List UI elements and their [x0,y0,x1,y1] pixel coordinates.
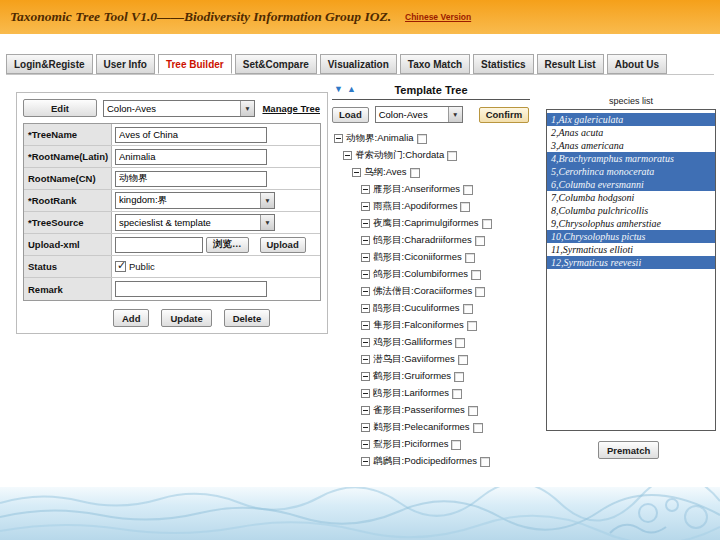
collapse-icon[interactable] [361,338,370,347]
tree-select[interactable]: Colon-Aves ▼ [103,100,255,117]
template-tree-select[interactable]: Colon-Aves ▼ [375,106,463,123]
tree-node-checkbox[interactable] [480,457,490,467]
tree-node-label: 佛法僧目:Coraciiformes [373,285,472,298]
tab-login-register[interactable]: Login&Registe [6,54,93,74]
tab-tree-builder[interactable]: Tree Builder [158,54,232,74]
tree-node-checkbox[interactable] [463,185,473,195]
collapse-icon[interactable] [361,423,370,432]
species-item-1[interactable]: 1,Aix galericulata [547,113,715,126]
tree-node-checkbox[interactable] [463,304,473,314]
expand-all-icon[interactable]: ▲ [347,85,356,94]
tree-node-checkbox[interactable] [447,151,457,161]
rootname-latin-input[interactable] [115,149,267,165]
tree-node-checkbox[interactable] [417,134,427,144]
tree-node-checkbox[interactable] [467,321,477,331]
tree-node-checkbox[interactable] [473,423,483,433]
tree-node-checkbox[interactable] [458,355,468,365]
tree-form-table: *TreeName *RootName(Latin) RootName(CN) … [23,123,321,301]
species-item-2[interactable]: 2,Anas acuta [547,126,715,139]
tab-statistics[interactable]: Statistics [473,54,533,74]
collapse-icon[interactable] [361,406,370,415]
tab-about-us[interactable]: About Us [607,54,667,74]
tree-node-row: 夜鹰目:Caprimulgiformes [332,215,530,232]
collapse-icon[interactable] [361,202,370,211]
tab-set-compare[interactable]: Set&Compare [235,54,317,74]
collapse-icon[interactable] [361,457,370,466]
tree-node-row: 隼形目:Falconiformes [332,317,530,334]
tree-node-checkbox[interactable] [482,219,492,229]
page-title: Taxonomic Tree Tool V1.0——Biodiversity I… [10,9,391,25]
remark-input[interactable] [115,281,267,297]
collapse-icon[interactable] [361,440,370,449]
update-button[interactable]: Update [161,309,211,327]
species-item-9[interactable]: 9,Chrysolophus amherstiae [547,217,715,230]
tab-user-info[interactable]: User Info [96,54,155,74]
tab-taxo-match[interactable]: Taxo Match [400,54,470,74]
tree-node-checkbox[interactable] [465,253,475,263]
species-item-3[interactable]: 3,Anas americana [547,139,715,152]
collapse-icon[interactable] [343,151,352,160]
tree-node-checkbox[interactable] [475,287,485,297]
tree-node-checkbox[interactable] [410,168,420,178]
tree-node-checkbox[interactable] [468,406,478,416]
collapse-icon[interactable] [361,236,370,245]
collapse-icon[interactable] [361,389,370,398]
species-item-6[interactable]: 6,Columba eversmanni [547,178,715,191]
load-button[interactable]: Load [332,107,369,123]
collapse-icon[interactable] [361,355,370,364]
wave-pattern-decoration [0,487,720,540]
collapse-icon[interactable] [361,321,370,330]
prematch-button[interactable]: Prematch [598,441,659,459]
manage-tree-link[interactable]: Manage Tree [262,103,320,114]
species-item-11[interactable]: 11,Syrmaticus ellioti [547,243,715,256]
add-button[interactable]: Add [113,309,149,327]
status-checkbox[interactable] [115,261,126,272]
species-item-10[interactable]: 10,Chrysolophus pictus [547,230,715,243]
tree-node-row: 潜鸟目:Gaviiformes [332,351,530,368]
rootrank-select[interactable]: kingdom:界 ▼ [115,192,275,209]
species-item-7[interactable]: 7,Columba hodgsoni [547,191,715,204]
collapse-icon[interactable] [361,253,370,262]
tree-node-checkbox[interactable] [475,236,485,246]
species-item-4[interactable]: 4,Brachyramphus marmoratus [547,152,715,165]
treesource-select[interactable]: specieslist & template ▼ [115,214,275,231]
collapse-icon[interactable] [352,168,361,177]
tree-node-label: 鹈形目:Pelecaniformes [373,421,470,434]
chinese-version-link[interactable]: Chinese Version [405,12,471,22]
collapse-icon[interactable] [334,134,343,143]
upload-xml-file-input[interactable] [115,237,203,253]
tree-node-checkbox[interactable] [471,270,481,280]
tree-node-checkbox[interactable] [452,389,462,399]
collapse-icon[interactable] [361,185,370,194]
collapse-all-icon[interactable]: ▼ [334,85,343,94]
rootname-cn-input[interactable] [115,171,267,187]
confirm-button[interactable]: Confirm [479,107,529,123]
tree-node-checkbox[interactable] [460,202,470,212]
collapse-icon[interactable] [361,304,370,313]
collapse-icon[interactable] [361,219,370,228]
tab-result-list[interactable]: Result List [537,54,604,74]
upload-button[interactable]: Upload [260,237,306,253]
species-item-5[interactable]: 5,Cerorhinca monocerata [547,165,715,178]
tab-visualization[interactable]: Visualization [320,54,397,74]
tree-node-label: 鹃形目:Cuculiformes [373,302,460,315]
edit-row: Edit Colon-Aves ▼ Manage Tree [23,99,321,117]
form-row-treesource: *TreeSource specieslist & template ▼ [24,212,320,234]
tree-node-checkbox[interactable] [455,338,465,348]
tree-node-label: 鹤形目:Gruiformes [373,370,451,383]
tree-node-checkbox[interactable] [451,440,461,450]
treename-input[interactable] [115,127,267,143]
collapse-icon[interactable] [361,372,370,381]
field-label-remark: Remark [24,278,112,300]
edit-button[interactable]: Edit [23,99,97,117]
tree-node-checkbox[interactable] [454,372,464,382]
species-item-8[interactable]: 8,Columba pulchricollis [547,204,715,217]
delete-button[interactable]: Delete [224,309,271,327]
tree-node-label: 潜鸟目:Gaviiformes [373,353,455,366]
tree-node-row: 鹳形目:Ciconiiformes [332,249,530,266]
collapse-icon[interactable] [361,270,370,279]
browse-button[interactable]: 浏览… [206,237,249,253]
collapse-icon[interactable] [361,287,370,296]
tree-node-label: 雁形目:Anseriformes [373,183,460,196]
species-item-12[interactable]: 12,Syrmaticus reevesii [547,256,715,269]
